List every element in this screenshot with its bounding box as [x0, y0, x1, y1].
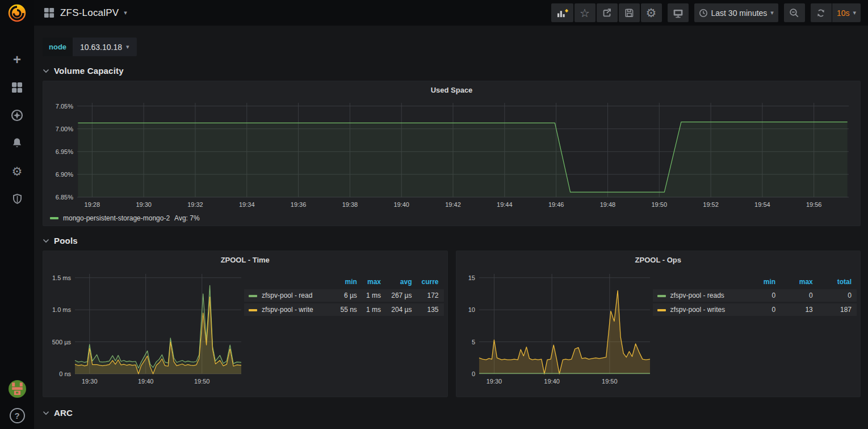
- pools-panels-row: ZPOOL - Time 1.5 ms1.0 ms500 µs0 ns19:30…: [43, 251, 861, 397]
- sidebar-item-alerting[interactable]: [10, 136, 24, 150]
- plus-icon: +: [13, 54, 21, 65]
- legend-column-header: min: [336, 277, 362, 288]
- legend-cell-value: 267 µs: [386, 289, 417, 302]
- legend-row: zfspv-pool - reads000: [653, 289, 857, 302]
- sidebar-nav: + ⚙: [10, 53, 24, 206]
- svg-text:7.05%: 7.05%: [56, 103, 73, 110]
- svg-text:19:34: 19:34: [239, 201, 255, 208]
- svg-text:1.0 ms: 1.0 ms: [52, 306, 72, 313]
- refresh-interval-picker[interactable]: 10s ▾: [832, 3, 861, 22]
- section-title: Pools: [54, 236, 78, 245]
- legend-series-name[interactable]: zfspv-pool - read: [244, 289, 336, 302]
- svg-text:19:28: 19:28: [85, 201, 100, 208]
- legend-column-header: avg: [386, 277, 417, 288]
- legend-avg-value: Avg: 7%: [174, 214, 199, 222]
- user-avatar[interactable]: [9, 380, 26, 400]
- legend-cell-value: 135: [417, 303, 444, 316]
- grafana-logo-icon: [6, 2, 28, 24]
- zpool-ops-panel-header[interactable]: ZPOOL - Ops: [456, 251, 861, 268]
- section-pools[interactable]: Pools: [43, 232, 861, 249]
- legend-row: zfspv-pool - writes013187: [653, 303, 857, 316]
- add-panel-button[interactable]: [551, 3, 573, 22]
- legend-row: zfspv-pool - write55 ns1 ms204 µs135: [244, 303, 444, 316]
- refresh-interval-label: 10s: [837, 9, 850, 18]
- refresh-group: 10s ▾: [811, 3, 861, 22]
- legend-cell-value: 1 ms: [362, 289, 386, 302]
- svg-text:19:54: 19:54: [754, 201, 770, 208]
- section-arc[interactable]: ARC: [43, 404, 861, 421]
- svg-text:15: 15: [468, 274, 475, 281]
- share-dashboard-button[interactable]: [597, 3, 618, 22]
- legend-series-name[interactable]: mongo-persistent-storage-mongo-2: [63, 214, 170, 222]
- legend-cell-value: 1 ms: [362, 303, 386, 316]
- zpool-ops-chart[interactable]: 15105019:3019:4019:50: [460, 268, 653, 389]
- zpool-ops-panel: ZPOOL - Ops 15105019:3019:4019:50 minmax…: [456, 251, 861, 397]
- legend-series-name[interactable]: zfspv-pool - writes: [653, 303, 747, 316]
- svg-text:19:42: 19:42: [445, 201, 461, 208]
- node-variable-label: node: [43, 38, 73, 56]
- section-title: ARC: [54, 408, 73, 418]
- add-panel-icon: [556, 7, 569, 19]
- legend-cell-value: 172: [417, 289, 444, 302]
- chevron-down-icon: [43, 235, 49, 245]
- topnav-actions: ☆ ⚙: [551, 3, 861, 22]
- svg-text:19:56: 19:56: [806, 201, 822, 208]
- zpool-time-panel-header[interactable]: ZPOOL - Time: [43, 251, 447, 268]
- node-variable-value: 10.63.10.18: [80, 43, 122, 52]
- svg-text:5: 5: [471, 339, 475, 345]
- legend-cell-value: 0: [781, 289, 818, 302]
- clock-icon: [699, 9, 708, 18]
- compass-icon: [10, 109, 24, 122]
- dashboard-settings-button[interactable]: ⚙: [641, 3, 662, 22]
- legend-column-header: max: [362, 277, 386, 288]
- series-swatch: [657, 295, 666, 297]
- help-button[interactable]: ?: [10, 408, 25, 423]
- series-swatch: [249, 309, 257, 311]
- legend-column-header: min: [747, 277, 781, 288]
- svg-text:19:46: 19:46: [548, 201, 564, 208]
- template-variables-row: node 10.63.10.18 ▾: [43, 38, 861, 56]
- save-dashboard-button[interactable]: [619, 3, 640, 22]
- legend-series-name[interactable]: zfspv-pool - reads: [653, 289, 747, 302]
- panel-title: ZPOOL - Time: [221, 256, 270, 264]
- sidebar-item-create[interactable]: +: [10, 53, 24, 66]
- svg-text:0 ns: 0 ns: [59, 370, 71, 377]
- legend-series-name[interactable]: zfspv-pool - write: [244, 303, 336, 316]
- chevron-down-icon: ▾: [770, 9, 774, 16]
- chevron-down-icon: ▾: [126, 43, 129, 51]
- star-dashboard-button[interactable]: ☆: [575, 3, 596, 22]
- dashboard-grid-icon: [43, 7, 55, 19]
- section-volume-capacity[interactable]: Volume Capacity: [43, 62, 861, 79]
- sidebar: + ⚙: [0, 0, 34, 429]
- zoom-out-button[interactable]: [784, 3, 805, 22]
- dashboard-content: node 10.63.10.18 ▾ Volume Capacity Used …: [34, 26, 868, 429]
- svg-text:19:30: 19:30: [136, 201, 152, 208]
- svg-text:19:40: 19:40: [544, 378, 560, 385]
- svg-text:10: 10: [468, 306, 475, 313]
- sidebar-item-configuration[interactable]: ⚙: [10, 164, 24, 178]
- used-space-legend: mongo-persistent-storage-mongo-2 Avg: 7%: [43, 211, 860, 226]
- chevron-down-icon: [43, 407, 49, 418]
- tv-mode-button[interactable]: [668, 3, 689, 22]
- sidebar-item-explore[interactable]: [10, 109, 24, 122]
- grafana-logo[interactable]: [5, 1, 30, 26]
- sidebar-item-server-admin[interactable]: [10, 192, 24, 206]
- svg-text:19:48: 19:48: [600, 201, 616, 208]
- refresh-button[interactable]: [811, 3, 832, 22]
- legend-column-header: max: [781, 277, 818, 288]
- zpool-time-chart[interactable]: 1.5 ms1.0 ms500 µs0 ns19:3019:4019:50: [47, 268, 244, 389]
- node-variable-picker[interactable]: node 10.63.10.18 ▾: [43, 38, 137, 56]
- dashboards-grid-icon: [11, 81, 23, 94]
- dashboard-title-button[interactable]: ZFS-LocalPV ▾: [43, 7, 127, 19]
- sidebar-item-dashboards[interactable]: [10, 81, 24, 94]
- used-space-panel-header[interactable]: Used Space: [43, 81, 860, 98]
- shield-icon: [11, 193, 24, 206]
- legend-cell-value: 0: [747, 289, 781, 302]
- panel-title: ZPOOL - Ops: [635, 256, 681, 264]
- legend-column-header: curre: [417, 277, 444, 288]
- time-range-picker[interactable]: Last 30 minutes ▾: [694, 3, 778, 22]
- panel-actions-group: ☆ ⚙: [551, 3, 662, 22]
- svg-text:6.85%: 6.85%: [56, 194, 73, 201]
- svg-text:0: 0: [471, 370, 475, 377]
- used-space-chart[interactable]: 7.05%7.00%6.95%6.90%6.85%19:2819:3019:32…: [48, 98, 856, 211]
